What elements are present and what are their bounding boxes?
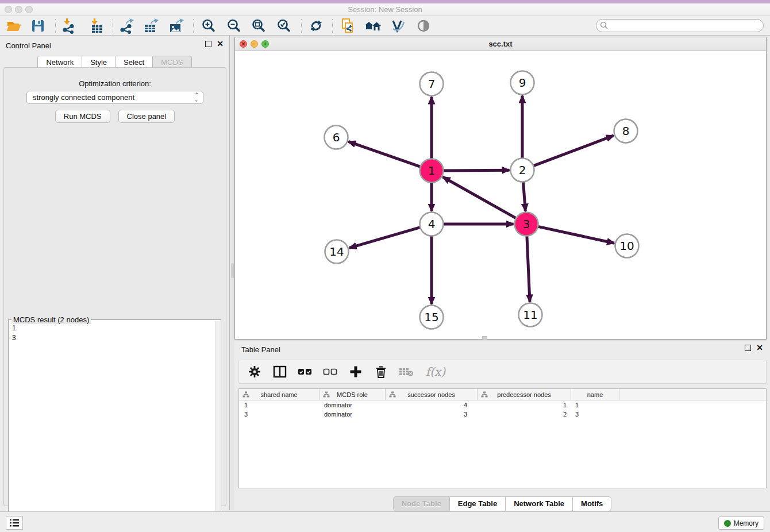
main-toolbar: [0, 16, 770, 36]
cell-mcds-role[interactable]: dominator: [319, 400, 386, 410]
tab-network-table[interactable]: Network Table: [506, 496, 573, 511]
resize-grip[interactable]: [482, 336, 487, 340]
table-row[interactable]: 1 dominator 4 1 1: [239, 400, 766, 410]
table-row[interactable]: 3 dominator 3 2 3: [239, 410, 766, 419]
network-canvas[interactable]: 7968124314101511: [235, 51, 766, 339]
graph-edge-1-6[interactable]: [348, 141, 421, 167]
select-all-rows-button[interactable]: [297, 363, 314, 380]
memory-label: Memory: [734, 519, 759, 527]
column-header-name[interactable]: name: [571, 389, 619, 400]
graph-edge-1-2[interactable]: [442, 170, 509, 171]
open-session-button[interactable]: [3, 17, 24, 34]
graph-node-3[interactable]: 3: [515, 213, 538, 236]
column-header-predecessor-nodes[interactable]: predecessor nodes: [478, 389, 571, 400]
table-settings-button[interactable]: [246, 363, 263, 380]
network-window-titlebar[interactable]: ✕ − + scc.txt: [235, 37, 766, 51]
close-view-button[interactable]: ✕: [240, 40, 247, 48]
create-column-button[interactable]: [347, 363, 364, 380]
cell-shared-name[interactable]: 1: [239, 400, 319, 410]
graph-edge-3-10[interactable]: [537, 226, 614, 243]
graph-node-10[interactable]: 10: [615, 234, 639, 258]
graph-node-2[interactable]: 2: [511, 159, 534, 182]
save-session-button[interactable]: [28, 17, 48, 34]
graph-edge-3-1[interactable]: [443, 177, 517, 219]
graph-edge-4-14[interactable]: [349, 227, 422, 248]
zoom-in-button[interactable]: [198, 17, 219, 34]
zoom-selected-button[interactable]: [274, 17, 294, 34]
graph-node-14[interactable]: 14: [325, 240, 349, 264]
export-network-button[interactable]: [116, 17, 136, 34]
column-header-mcds-role[interactable]: MCDS role: [319, 389, 386, 400]
result-scrollbar[interactable]: [215, 321, 220, 530]
graph-node-6[interactable]: 6: [325, 126, 348, 149]
graph-node-1[interactable]: 1: [420, 159, 444, 183]
search-input[interactable]: [609, 20, 763, 31]
function-builder-button[interactable]: f(x): [423, 363, 448, 380]
fx-icon: f(x): [426, 365, 445, 379]
status-bar: Memory: [0, 511, 770, 532]
close-window-button[interactable]: [5, 6, 12, 13]
float-panel-icon[interactable]: [205, 41, 211, 47]
graph-edge-3-11[interactable]: [527, 234, 530, 302]
cell-shared-name[interactable]: 3: [239, 410, 319, 419]
minimize-view-button[interactable]: −: [251, 40, 258, 48]
cell-name[interactable]: 1: [571, 400, 619, 410]
splitter-grip[interactable]: [231, 263, 234, 278]
memory-button[interactable]: Memory: [718, 516, 764, 530]
tab-motifs[interactable]: Motifs: [573, 496, 611, 511]
criterion-select[interactable]: strongly connected component ⌃⌃: [26, 91, 203, 104]
cell-successor-nodes[interactable]: 4: [386, 400, 478, 410]
graph-node-9[interactable]: 9: [511, 71, 534, 95]
tab-node-table[interactable]: Node Table: [393, 496, 450, 511]
tab-edge-table[interactable]: Edge Table: [450, 496, 506, 511]
cell-predecessor-nodes[interactable]: 2: [478, 410, 571, 419]
float-table-panel-icon[interactable]: [745, 345, 751, 351]
toolbar-separator: [193, 19, 194, 33]
graph-node-15[interactable]: 15: [420, 306, 444, 329]
graph-edge-2-3[interactable]: [523, 180, 525, 211]
cell-mcds-role[interactable]: dominator: [319, 410, 386, 419]
optimization-criterion-label: Optimization criterion:: [4, 79, 226, 88]
minimize-window-button[interactable]: [15, 6, 22, 13]
home-button[interactable]: [363, 17, 383, 34]
toolbar-separator: [332, 19, 333, 33]
graph-node-11[interactable]: 11: [519, 303, 542, 327]
graph-node-label: 11: [523, 308, 537, 322]
graph-node-7[interactable]: 7: [420, 72, 444, 96]
run-mcds-button[interactable]: Run MCDS: [55, 110, 110, 123]
close-panel-button[interactable]: Close panel: [118, 110, 175, 123]
export-table-button[interactable]: [140, 17, 161, 34]
cell-predecessor-nodes[interactable]: 1: [478, 400, 571, 410]
panel-splitter[interactable]: [230, 36, 234, 510]
mcds-result-text[interactable]: 1 3: [10, 323, 214, 529]
deselect-all-rows-button[interactable]: [322, 363, 339, 380]
export-image-button[interactable]: [165, 17, 186, 34]
graph-edge-2-8[interactable]: [532, 136, 614, 167]
close-table-panel-icon[interactable]: ✕: [756, 345, 763, 351]
open-folder-icon: [6, 18, 22, 33]
delete-column-button[interactable]: [372, 363, 390, 380]
cell-name[interactable]: 3: [571, 410, 619, 419]
task-history-button[interactable]: [6, 516, 23, 530]
birds-eye-toggle-button[interactable]: [413, 17, 434, 34]
graph-node-8[interactable]: 8: [614, 119, 638, 143]
apply-style-button[interactable]: [388, 17, 409, 34]
import-network-icon: [60, 18, 76, 34]
zoom-window-button[interactable]: [25, 6, 33, 13]
import-network-button[interactable]: [58, 17, 79, 34]
zoom-fit-button[interactable]: [248, 17, 269, 34]
apply-layout-button[interactable]: [306, 17, 326, 34]
delete-table-button[interactable]: [398, 363, 415, 380]
column-header-shared-name[interactable]: shared name: [239, 389, 319, 400]
table-toolbar: f(x): [238, 360, 767, 384]
column-header-successor-nodes[interactable]: successor nodes: [386, 389, 478, 400]
close-panel-icon[interactable]: ✕: [217, 41, 224, 47]
zoom-in-icon: [201, 18, 216, 33]
cell-successor-nodes[interactable]: 3: [386, 410, 478, 419]
import-table-button[interactable]: [86, 17, 106, 34]
clone-network-button[interactable]: [337, 17, 358, 34]
maximize-view-button[interactable]: +: [261, 40, 269, 48]
graph-node-4[interactable]: 4: [420, 213, 444, 236]
show-columns-button[interactable]: [271, 363, 288, 380]
zoom-out-button[interactable]: [224, 17, 244, 34]
